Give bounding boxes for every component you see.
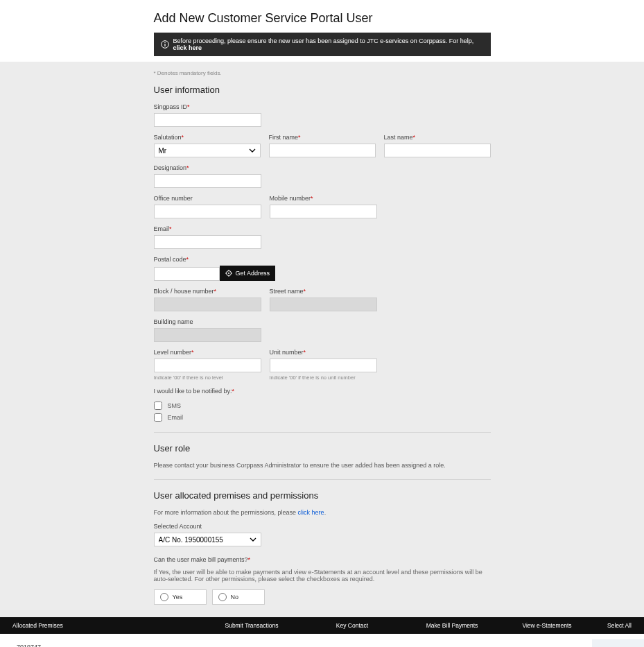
bill-no-label: No — [231, 594, 239, 601]
unit-label: Unit number* — [270, 349, 377, 356]
notify-email-checkbox[interactable] — [154, 413, 162, 422]
firstname-input[interactable] — [269, 144, 376, 157]
alert-link[interactable]: click here — [173, 44, 202, 51]
svg-rect-1 — [164, 44, 165, 46]
firstname-label: First name* — [269, 134, 376, 141]
office-input[interactable] — [154, 205, 261, 218]
location-icon — [225, 270, 232, 277]
section-userinfo-title: User information — [154, 85, 491, 95]
svg-point-4 — [228, 273, 229, 274]
info-alert: Before proceeding, please ensure the new… — [154, 33, 491, 56]
col-submit: Submit Transactions — [201, 620, 302, 631]
mandatory-note: * Denotes mandatory fields. — [154, 70, 491, 76]
account-select[interactable]: A/C No. 1950000155 — [154, 533, 261, 546]
bill-no-radio[interactable] — [218, 593, 227, 601]
lastname-input[interactable] — [384, 144, 491, 157]
singpass-label: Singpass ID* — [154, 103, 261, 110]
unit-input[interactable] — [270, 359, 377, 372]
section-userrole-title: User role — [154, 443, 491, 454]
lastname-label: Last name* — [384, 134, 491, 141]
premises-id: 7019747 — [12, 641, 197, 647]
account-label: Selected Account — [154, 523, 261, 530]
postal-input[interactable] — [154, 267, 220, 281]
building-input — [154, 328, 261, 342]
page-title: Add New Customer Service Portal User — [154, 11, 491, 26]
street-label: Street name* — [270, 288, 377, 295]
bill-help: If Yes, the user will be able to make pa… — [154, 569, 491, 583]
col-makebill: Make Bill Payments — [402, 620, 502, 631]
building-label: Building name — [154, 318, 261, 325]
info-icon — [161, 40, 169, 49]
col-selectall: Select All — [592, 620, 644, 631]
divider — [154, 479, 491, 480]
email-label: Email* — [154, 225, 261, 232]
table-header: Allocated Premises Submit Transactions K… — [0, 617, 644, 634]
salutation-label: Salutation* — [154, 134, 261, 141]
section-premises-title: User allocated premises and permissions — [154, 490, 491, 501]
unit-hint: Indicate '00' if there is no unit number — [270, 374, 377, 381]
bill-no-option[interactable]: No — [212, 589, 265, 605]
mobile-input[interactable] — [270, 205, 377, 218]
level-input[interactable] — [154, 359, 261, 372]
designation-input[interactable] — [154, 174, 261, 188]
notify-label: I would like to be notified by:* — [154, 388, 491, 395]
office-label: Office number — [154, 195, 261, 202]
block-input — [154, 297, 261, 311]
mobile-label: Mobile number* — [270, 195, 377, 202]
level-label: Level number* — [154, 349, 261, 356]
col-allocated: Allocated Premises — [0, 620, 201, 631]
divider — [154, 432, 491, 433]
designation-label: Designation* — [154, 164, 261, 171]
street-input — [270, 297, 377, 311]
notify-sms-checkbox[interactable] — [154, 402, 162, 410]
permissions-link[interactable]: click here — [298, 509, 324, 516]
billq-label: Can the user make bill payments?* — [154, 556, 491, 563]
salutation-select[interactable]: Mr — [154, 144, 261, 157]
section-premises-desc: For more information about the permissio… — [154, 509, 491, 516]
block-label: Block / house number* — [154, 288, 261, 295]
col-viewe: View e-Statements — [502, 620, 592, 631]
notify-email-label: Email — [168, 414, 184, 421]
email-input[interactable] — [154, 235, 261, 249]
notify-sms-label: SMS — [168, 402, 182, 409]
alert-text: Before proceeding, please ensure the new… — [173, 37, 474, 44]
bill-yes-label: Yes — [173, 594, 183, 601]
bill-yes-radio[interactable] — [160, 593, 168, 601]
singpass-input[interactable] — [154, 113, 261, 127]
section-userrole-desc: Please contact your business Corppass Ad… — [154, 462, 491, 469]
level-hint: Indicate '00' if there is no level — [154, 374, 261, 381]
postal-label: Postal code* — [154, 256, 491, 263]
svg-rect-2 — [164, 42, 165, 43]
get-address-button[interactable]: Get Address — [220, 266, 276, 281]
table-row: 7019747 12, Defu Lane 8, 539317 — [0, 634, 644, 647]
bill-yes-option[interactable]: Yes — [154, 589, 207, 605]
col-keycontact: Key Contact — [302, 620, 402, 631]
